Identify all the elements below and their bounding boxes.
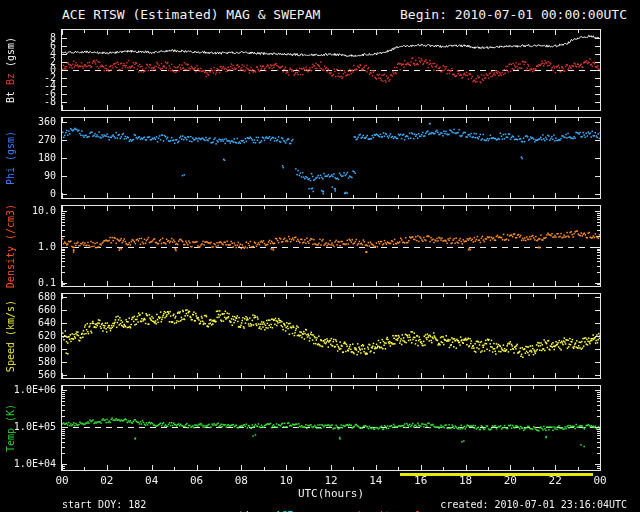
caution-note: caution:ACE maneuverdensity < 1 [196, 499, 428, 512]
temp-axis-title: Temp (K) [0, 386, 22, 470]
y-tick-label: 640 [38, 318, 56, 328]
ace-rtsw-plot: ACE RTSW (Estimated) MAG & SWEPAM Begin:… [0, 0, 640, 512]
y-tick-label: 10.0 [32, 206, 56, 216]
y-tick-label: 0 [50, 189, 56, 199]
y-tick-label: 660 [38, 305, 56, 315]
y-tick-label: 1.0 [38, 242, 56, 252]
y-axis-title-text: Temp (K) [6, 404, 16, 452]
y-tick-label: 0.1 [38, 278, 56, 288]
x-tick-label: 12 [324, 474, 337, 487]
phi-axis-title: Phi (gsm) [0, 118, 22, 198]
panel-speed [62, 294, 600, 378]
y-axis-title-part: (gsm) [5, 37, 16, 67]
x-tick-label: 14 [369, 474, 382, 487]
y-tick-label: 580 [38, 357, 56, 367]
plot-title: ACE RTSW (Estimated) MAG & SWEPAM [62, 7, 320, 22]
x-tick-label: 02 [100, 474, 113, 487]
y-tick-label: -8 [44, 97, 56, 107]
y-axis-title-part: Bt [5, 85, 16, 103]
y-tick-label: 360 [38, 117, 56, 127]
density-canvas [62, 206, 600, 286]
temp-canvas [62, 386, 600, 470]
panel-temp [62, 386, 600, 470]
x-tick-label: 04 [145, 474, 158, 487]
y-axis-title-part: Density (/cm3) [5, 204, 16, 288]
panel-density [62, 206, 600, 286]
panel-phi [62, 118, 600, 198]
y-axis-title-part: Temp (K) [5, 404, 16, 452]
start-doy-label: start DOY: 182 [62, 499, 146, 510]
density-axis-title: Density (/cm3) [0, 206, 22, 286]
bt-bz-axis-title: Bt Bz (gsm) [0, 30, 22, 110]
speed-axis-title: Speed (km/s) [0, 294, 22, 378]
y-axis-title-part: Bz [5, 67, 16, 85]
y-axis-title-text: Phi (gsm) [6, 131, 16, 185]
x-tick-label: 00 [593, 474, 606, 487]
bt-bz-canvas [62, 30, 600, 110]
created-timestamp: created: 2010-07-01 23:16:04UTC [440, 499, 627, 510]
x-tick-label: 08 [235, 474, 248, 487]
y-axis-title-part: Speed (km/s) [5, 300, 16, 372]
x-tick-label: 00 [55, 474, 68, 487]
y-axis-title-part: Phi (gsm) [5, 131, 16, 185]
speed-canvas [62, 294, 600, 378]
x-tick-label: 06 [190, 474, 203, 487]
y-tick-label: 620 [38, 331, 56, 341]
y-axis-title-text: Bt Bz (gsm) [6, 37, 16, 103]
panel-bt-bz [62, 30, 600, 110]
y-tick-label: 560 [38, 370, 56, 380]
begin-timestamp: Begin: 2010-07-01 00:00:00UTC [400, 7, 627, 22]
x-tick-label: 10 [280, 474, 293, 487]
y-tick-label: 180 [38, 153, 56, 163]
status-bar [400, 473, 593, 476]
y-tick-label: 600 [38, 344, 56, 354]
y-axis-title-text: Density (/cm3) [6, 204, 16, 288]
phi-canvas [62, 118, 600, 198]
y-tick-label: 680 [38, 292, 56, 302]
y-tick-label: 90 [44, 171, 56, 181]
y-axis-title-text: Speed (km/s) [6, 300, 16, 372]
y-tick-label: 270 [38, 135, 56, 145]
